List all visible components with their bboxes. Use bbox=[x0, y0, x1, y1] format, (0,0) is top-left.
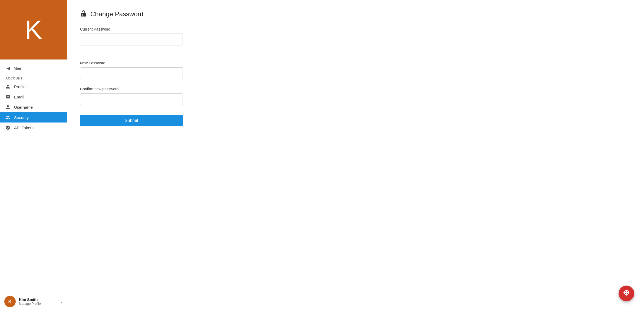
sidebar-item-api-tokens-label: API Tokens bbox=[14, 125, 35, 130]
confirm-password-label: Confirm new password bbox=[80, 87, 183, 91]
chevron-right-icon: › bbox=[61, 299, 62, 304]
user-avatar: K bbox=[4, 296, 16, 307]
current-password-group: Current Password bbox=[80, 27, 183, 45]
api-icon bbox=[5, 125, 11, 130]
back-icon bbox=[5, 65, 11, 71]
avatar-banner: K bbox=[0, 0, 67, 59]
nav-main-item[interactable]: Main bbox=[0, 63, 67, 74]
snowflake-icon bbox=[623, 289, 630, 298]
sidebar-item-security-label: Security bbox=[14, 115, 29, 120]
current-password-input[interactable] bbox=[80, 34, 183, 45]
fab-button[interactable] bbox=[619, 286, 634, 301]
sidebar-item-username-label: Username bbox=[14, 105, 33, 110]
security-icon bbox=[5, 115, 11, 120]
main-content: Change Password Current Password New Pas… bbox=[67, 0, 644, 311]
user-name: Kim Smith bbox=[19, 297, 58, 302]
sidebar-item-api-tokens[interactable]: API Tokens bbox=[0, 123, 67, 133]
lock-person-icon bbox=[80, 10, 87, 18]
form-divider-1 bbox=[80, 53, 183, 53]
person-icon bbox=[5, 84, 11, 89]
new-password-label: New Password bbox=[80, 61, 183, 65]
confirm-password-input[interactable] bbox=[80, 93, 183, 105]
new-password-group: New Password bbox=[80, 61, 183, 79]
new-password-input[interactable] bbox=[80, 67, 183, 79]
user-avatar-letter: K bbox=[8, 299, 12, 305]
nav-area: Main ACCOUNT Profile Email bbox=[0, 59, 67, 292]
sidebar-item-email[interactable]: Email bbox=[0, 92, 67, 102]
sidebar: K Main ACCOUNT Profile Ema bbox=[0, 0, 67, 311]
sidebar-item-security[interactable]: Security bbox=[0, 112, 67, 123]
user-manage-label: Manage Profile bbox=[19, 302, 58, 306]
user-info: Kim Smith Manage Profile bbox=[19, 297, 58, 306]
sidebar-item-profile-label: Profile bbox=[14, 84, 26, 89]
sidebar-item-email-label: Email bbox=[14, 95, 24, 99]
submit-button[interactable]: Submit bbox=[80, 115, 183, 126]
account-section-label: ACCOUNT bbox=[0, 74, 67, 81]
current-password-label: Current Password bbox=[80, 27, 183, 31]
page-header: Change Password bbox=[80, 10, 631, 18]
sidebar-item-username[interactable]: Username bbox=[0, 102, 67, 112]
email-icon bbox=[5, 94, 11, 99]
sidebar-item-profile[interactable]: Profile bbox=[0, 81, 67, 92]
change-password-form: Current Password New Password Confirm ne… bbox=[80, 27, 631, 126]
nav-main-label: Main bbox=[14, 66, 22, 71]
confirm-password-group: Confirm new password bbox=[80, 87, 183, 105]
avatar-letter: K bbox=[25, 17, 42, 43]
username-icon bbox=[5, 105, 11, 110]
page-title: Change Password bbox=[90, 10, 143, 18]
user-footer[interactable]: K Kim Smith Manage Profile › bbox=[0, 292, 67, 311]
